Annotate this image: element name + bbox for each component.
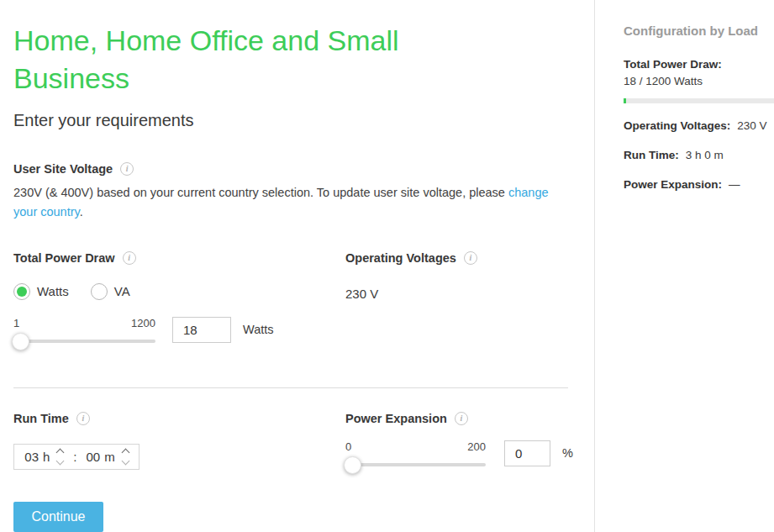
continue-button[interactable]: Continue xyxy=(13,502,103,532)
sidebar-operating-voltages: Operating Voltages:230 V xyxy=(624,118,774,133)
minutes-stepper[interactable] xyxy=(123,450,129,464)
total-power-draw-section: Total Power Draw i Watts VA 1 1200 xyxy=(13,251,345,350)
power-expansion-section: Power Expansion i 0 200 % xyxy=(345,412,581,474)
power-expansion-label: Power Expansion i xyxy=(345,412,581,425)
run-time-label: Run Time i xyxy=(13,412,345,425)
total-power-draw-label: Total Power Draw i xyxy=(13,251,345,265)
info-icon[interactable]: i xyxy=(464,251,477,265)
chevron-down-icon[interactable] xyxy=(121,456,129,465)
hours-value: 03 xyxy=(24,450,39,464)
minutes-value: 00 xyxy=(87,450,101,464)
power-draw-slider-handle[interactable] xyxy=(12,333,29,350)
main-content: Home, Home Office and Small Business Ent… xyxy=(0,0,594,532)
info-icon[interactable]: i xyxy=(120,162,134,176)
run-time-section: Run Time i 03 h : 00 m xyxy=(13,412,345,474)
chevron-up-icon[interactable] xyxy=(121,448,129,456)
sidebar-run-time: Run Time:3 h 0 m xyxy=(624,147,774,162)
configuration-summary-sidebar: Configuration by Load Total Power Draw: … xyxy=(594,0,774,532)
power-draw-input[interactable] xyxy=(172,317,231,343)
page-subtitle: Enter your requirements xyxy=(13,111,581,130)
sidebar-operating-voltages-value: 230 V xyxy=(737,119,766,132)
run-time-picker[interactable]: 03 h : 00 m xyxy=(13,444,140,470)
radio-va[interactable]: VA xyxy=(91,283,130,300)
sidebar-total-power-draw-value: 18 / 1200 Watts xyxy=(624,75,774,87)
load-progress-bar xyxy=(624,98,774,103)
slider-max-label: 200 xyxy=(467,440,486,453)
minutes-unit: m xyxy=(104,450,115,464)
user-site-voltage-text: 230V (& 400V) based on your current coun… xyxy=(13,183,564,223)
info-icon[interactable]: i xyxy=(123,251,136,265)
sidebar-total-power-draw-label: Total Power Draw: xyxy=(624,58,774,71)
slider-min-label: 0 xyxy=(345,440,351,453)
sidebar-total-power-draw: Total Power Draw: 18 / 1200 Watts xyxy=(624,58,774,103)
power-expansion-slider-track[interactable] xyxy=(345,463,486,466)
sidebar-power-expansion: Power Expansion:— xyxy=(624,176,774,192)
unit-radio-group: Watts VA xyxy=(13,283,345,300)
sidebar-run-time-value: 3 h 0 m xyxy=(686,149,724,161)
power-expansion-input[interactable] xyxy=(504,440,550,466)
power-expansion-slider: 0 200 xyxy=(345,440,486,474)
hours-spinner: 03 h xyxy=(24,450,63,464)
chevron-down-icon[interactable] xyxy=(56,456,65,465)
power-expansion-slider-handle[interactable] xyxy=(344,456,361,474)
sidebar-power-expansion-value: — xyxy=(729,178,740,191)
user-site-voltage-section: User Site Voltage i 230V (& 400V) based … xyxy=(13,162,581,223)
chevron-up-icon[interactable] xyxy=(56,448,65,456)
operating-voltages-section: Operating Voltages i 230 V xyxy=(345,251,581,350)
slider-max-label: 1200 xyxy=(131,317,155,329)
slider-min-label: 1 xyxy=(13,317,19,329)
minutes-spinner: 00 m xyxy=(87,450,129,464)
hours-unit: h xyxy=(43,450,50,464)
radio-selected-icon xyxy=(13,283,30,300)
hours-stepper[interactable] xyxy=(57,450,63,464)
operating-voltages-value: 230 V xyxy=(345,287,581,301)
power-draw-unit-label: Watts xyxy=(243,317,274,336)
section-divider xyxy=(13,387,568,388)
info-icon[interactable]: i xyxy=(76,412,90,425)
info-icon[interactable]: i xyxy=(455,412,468,425)
page-title: Home, Home Office and Small Business xyxy=(13,22,484,97)
load-progress-fill xyxy=(624,98,626,103)
sidebar-heading: Configuration by Load xyxy=(624,24,774,38)
radio-unselected-icon xyxy=(91,283,108,300)
operating-voltages-label: Operating Voltages i xyxy=(345,251,581,265)
user-site-voltage-label: User Site Voltage i xyxy=(13,162,581,176)
power-draw-slider: 1 1200 xyxy=(13,317,155,350)
power-draw-slider-track[interactable] xyxy=(13,340,155,343)
radio-watts[interactable]: Watts xyxy=(13,283,69,300)
power-expansion-unit-label: % xyxy=(562,440,573,460)
time-separator: : xyxy=(73,450,76,464)
